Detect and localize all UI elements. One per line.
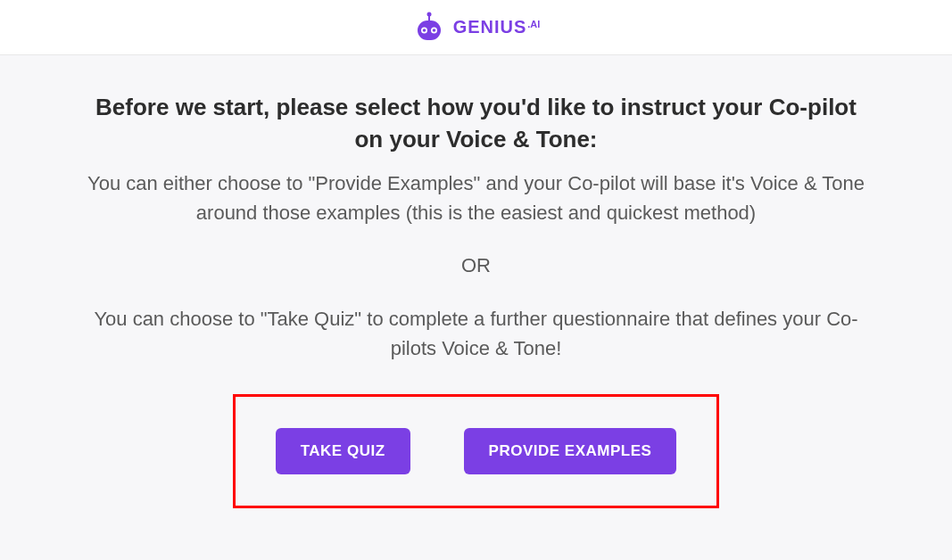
svg-point-0 [426, 12, 431, 16]
take-quiz-button[interactable]: TAKE QUIZ [276, 428, 410, 474]
page-heading: Before we start, please select how you'd… [80, 91, 872, 156]
app-header: GENIUS.AI [0, 0, 952, 55]
brand-logo: GENIUS.AI [412, 11, 541, 45]
description-examples: You can either choose to "Provide Exampl… [80, 169, 872, 227]
brand-text: GENIUS [453, 17, 527, 37]
button-row: TAKE QUIZ PROVIDE EXAMPLES [276, 428, 677, 474]
svg-point-6 [432, 29, 435, 32]
robot-icon [412, 11, 446, 45]
description-quiz: You can choose to "Take Quiz" to complet… [80, 304, 872, 363]
main-content: Before we start, please select how you'd… [0, 55, 952, 535]
button-highlight-box: TAKE QUIZ PROVIDE EXAMPLES [233, 394, 720, 508]
separator-or: OR [80, 254, 872, 277]
provide-examples-button[interactable]: PROVIDE EXAMPLES [464, 428, 677, 474]
brand-suffix: .AI [527, 19, 540, 29]
svg-rect-2 [418, 21, 441, 40]
svg-point-5 [422, 29, 426, 32]
brand-name: GENIUS.AI [453, 17, 541, 37]
